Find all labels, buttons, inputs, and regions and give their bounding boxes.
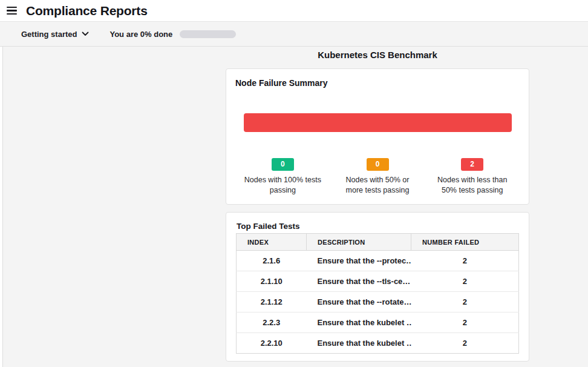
column-header-index[interactable]: INDEX (237, 234, 307, 251)
table-row: 2.2.10 Ensure that the kubelet … 2 (237, 333, 519, 354)
count-badge-green: 0 (272, 158, 294, 171)
hamburger-menu-icon[interactable] (5, 4, 19, 18)
column-header-description[interactable]: DESCRIPTION (307, 234, 411, 251)
cell-description: Ensure that the kubelet … (307, 333, 411, 354)
getting-started-bar: Getting started You are 0% done (0, 21, 588, 47)
stat-nodes-50-or-more-passing: 0 Nodes with 50% or more tests passing (330, 158, 425, 196)
page-title: Compliance Reports (26, 4, 148, 18)
cell-index: 2.1.10 (237, 271, 307, 292)
getting-started-dropdown[interactable]: Getting started (21, 30, 89, 39)
cell-description: Ensure that the --tls-ce… (307, 271, 411, 292)
cell-index: 2.1.12 (237, 292, 307, 312)
table-row: 2.1.12 Ensure that the --rotate… 2 (237, 292, 519, 312)
table-row: 2.2.3 Ensure that the kubelet … 2 (237, 312, 519, 333)
node-failure-stats-row: 0 Nodes with 100% tests passing 0 Nodes … (235, 158, 520, 196)
node-failure-stacked-bar (244, 113, 512, 132)
top-failed-tests-table: INDEX DESCRIPTION NUMBER FAILED 2.1.6 En… (236, 233, 519, 354)
top-failed-tests-card: Top Failed Tests INDEX DESCRIPTION NUMBE… (226, 212, 529, 362)
stat-label: Nodes with 50% or more tests passing (330, 175, 425, 196)
cell-index: 2.2.10 (237, 333, 307, 354)
count-badge-orange: 0 (367, 158, 389, 171)
cell-number-failed: 2 (411, 251, 519, 271)
report-column: Kubernetes CIS Benchmark Node Failure Su… (226, 47, 529, 362)
node-failure-summary-card: Node Failure Summary 0 Nodes with 100% t… (226, 68, 529, 205)
getting-started-label: Getting started (21, 30, 77, 39)
progress-text: You are 0% done (109, 30, 172, 39)
table-header-row: INDEX DESCRIPTION NUMBER FAILED (237, 234, 519, 251)
node-failure-summary-title: Node Failure Summary (235, 78, 520, 88)
main-content: Kubernetes CIS Benchmark Node Failure Su… (2, 47, 588, 367)
cell-number-failed: 2 (411, 333, 519, 354)
cell-index: 2.1.6 (237, 251, 307, 271)
table-row: 2.1.6 Ensure that the --protec… 2 (237, 251, 519, 271)
cell-index: 2.2.3 (237, 312, 307, 333)
cell-description: Ensure that the --rotate… (307, 292, 411, 312)
column-header-number-failed[interactable]: NUMBER FAILED (411, 234, 519, 251)
stat-nodes-less-than-50-passing: 2 Nodes with less than 50% tests passing (425, 158, 520, 196)
app-header: Compliance Reports (0, 0, 588, 21)
progress-bar (180, 30, 236, 38)
report-title: Kubernetes CIS Benchmark (226, 50, 529, 60)
cell-number-failed: 2 (411, 312, 519, 333)
cell-number-failed: 2 (411, 292, 519, 312)
stat-label: Nodes with less than 50% tests passing (425, 175, 520, 196)
cell-description: Ensure that the kubelet … (307, 312, 411, 333)
table-row: 2.1.10 Ensure that the --tls-ce… 2 (237, 271, 519, 292)
chevron-down-icon (82, 31, 89, 36)
count-badge-red: 2 (461, 158, 483, 171)
cell-number-failed: 2 (411, 271, 519, 292)
top-failed-tests-title: Top Failed Tests (236, 222, 519, 231)
stat-label: Nodes with 100% tests passing (235, 175, 330, 196)
cell-description: Ensure that the --protec… (307, 251, 411, 271)
stat-nodes-100-passing: 0 Nodes with 100% tests passing (235, 158, 330, 196)
